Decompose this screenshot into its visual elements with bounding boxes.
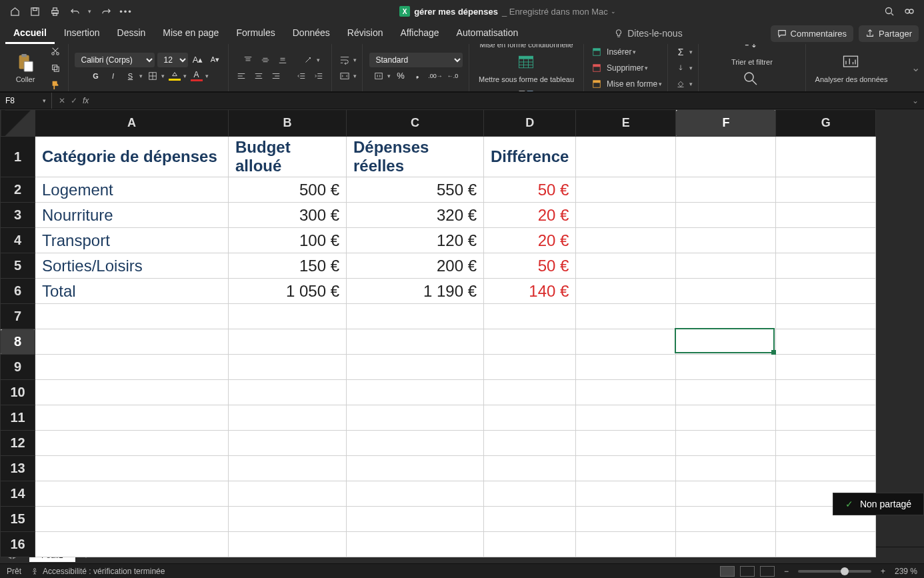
ribbon-tab-mise-en-page[interactable]: Mise en page bbox=[155, 23, 227, 44]
cell-A1[interactable]: Catégorie de dépenses bbox=[35, 137, 229, 177]
cell-F2[interactable] bbox=[676, 177, 776, 203]
cell-G11[interactable] bbox=[776, 405, 876, 431]
cell-E5[interactable] bbox=[576, 253, 676, 279]
row-header-12[interactable]: 12 bbox=[1, 431, 35, 456]
insert-cells-button[interactable]: Insérer▾ bbox=[589, 45, 636, 59]
ribbon-tab-dessin[interactable]: Dessin bbox=[109, 23, 154, 44]
cut-icon[interactable] bbox=[48, 44, 63, 59]
ribbon-collapse-icon[interactable]: ⌄ bbox=[907, 44, 924, 91]
cell-C7[interactable] bbox=[347, 304, 484, 329]
cell-D15[interactable] bbox=[484, 507, 576, 532]
cell-B12[interactable] bbox=[229, 431, 347, 456]
row-header-4[interactable]: 4 bbox=[1, 228, 35, 253]
number-format-select[interactable]: Standard bbox=[369, 53, 463, 67]
cell-G8[interactable] bbox=[776, 329, 876, 355]
cell-B13[interactable] bbox=[229, 456, 347, 481]
cell-E10[interactable] bbox=[576, 380, 676, 405]
ribbon-tab-formules[interactable]: Formules bbox=[228, 23, 283, 44]
cell-C1[interactable]: Dépenses réelles bbox=[347, 137, 484, 177]
cell-B1[interactable]: Budget alloué bbox=[229, 137, 347, 177]
cell-G2[interactable] bbox=[776, 177, 876, 203]
cell-A5[interactable]: Sorties/Loisirs bbox=[35, 253, 229, 279]
zoom-out-button[interactable]: − bbox=[780, 567, 793, 576]
clear-icon[interactable] bbox=[673, 77, 688, 91]
cell-G10[interactable] bbox=[776, 380, 876, 405]
cell-E4[interactable] bbox=[576, 228, 676, 253]
cell-D13[interactable] bbox=[484, 456, 576, 481]
cell-D9[interactable] bbox=[484, 355, 576, 380]
cell-D2[interactable]: 50 € bbox=[484, 177, 576, 203]
formula-expand-icon[interactable]: ⌄ bbox=[907, 96, 924, 105]
cell-E14[interactable] bbox=[576, 481, 676, 507]
row-header-7[interactable]: 7 bbox=[1, 304, 35, 329]
cell-A4[interactable]: Transport bbox=[35, 228, 229, 253]
cell-A6[interactable]: Total bbox=[35, 279, 229, 304]
formula-input[interactable] bbox=[95, 93, 907, 109]
cell-F6[interactable] bbox=[676, 279, 776, 304]
cell-F10[interactable] bbox=[676, 380, 776, 405]
column-header-A[interactable]: A bbox=[35, 110, 229, 137]
merge-dropdown-icon[interactable]: ▾ bbox=[353, 73, 357, 79]
ribbon-tab-automatisation[interactable]: Automatisation bbox=[449, 23, 527, 44]
increase-font-icon[interactable]: A▴ bbox=[191, 53, 205, 67]
cell-E9[interactable] bbox=[576, 355, 676, 380]
format-cells-button[interactable]: Mise en forme▾ bbox=[589, 77, 662, 91]
cancel-formula-icon[interactable]: ✕ bbox=[59, 96, 65, 105]
format-as-table-button[interactable]: Mettre sous forme de tableau bbox=[475, 51, 578, 85]
cell-F7[interactable] bbox=[676, 304, 776, 329]
cell-E12[interactable] bbox=[576, 431, 676, 456]
cell-D8[interactable] bbox=[484, 329, 576, 355]
comma-icon[interactable] bbox=[411, 69, 425, 83]
column-header-G[interactable]: G bbox=[776, 110, 876, 137]
sort-filter-button[interactable]: Trier et filtrer bbox=[727, 44, 777, 67]
undo-icon[interactable] bbox=[69, 6, 80, 17]
cell-G4[interactable] bbox=[776, 228, 876, 253]
cell-B3[interactable]: 300 € bbox=[229, 203, 347, 228]
cell-B9[interactable] bbox=[229, 355, 347, 380]
tell-me-button[interactable]: Dites-le-nous bbox=[607, 24, 689, 43]
cell-D5[interactable]: 50 € bbox=[484, 253, 576, 279]
cell-E16[interactable] bbox=[576, 532, 676, 557]
font-size-select[interactable]: 12 bbox=[157, 53, 188, 67]
cell-B4[interactable]: 100 € bbox=[229, 228, 347, 253]
increase-indent-icon[interactable] bbox=[311, 69, 326, 83]
cell-B15[interactable] bbox=[229, 507, 347, 532]
cell-F8[interactable] bbox=[676, 329, 776, 355]
cell-G12[interactable] bbox=[776, 431, 876, 456]
cell-B8[interactable] bbox=[229, 329, 347, 355]
page-break-view-icon[interactable] bbox=[760, 566, 775, 577]
cell-E3[interactable] bbox=[576, 203, 676, 228]
decrease-font-icon[interactable]: A▾ bbox=[208, 53, 223, 67]
cell-A2[interactable]: Logement bbox=[35, 177, 229, 203]
increase-decimal-icon[interactable]: .00→ bbox=[428, 69, 443, 83]
cell-D4[interactable]: 20 € bbox=[484, 228, 576, 253]
cell-D6[interactable]: 140 € bbox=[484, 279, 576, 304]
underline-button[interactable]: S bbox=[123, 69, 138, 83]
cell-A11[interactable] bbox=[35, 405, 229, 431]
cell-D10[interactable] bbox=[484, 380, 576, 405]
font-family-select[interactable]: Calibri (Corps) bbox=[75, 53, 155, 67]
find-select-button[interactable]: Rechercher et sélectionner bbox=[704, 69, 799, 93]
select-all-corner[interactable] bbox=[1, 110, 35, 137]
bold-button[interactable]: G bbox=[89, 69, 103, 83]
name-box[interactable]: F8▾ bbox=[0, 93, 52, 109]
cell-A12[interactable] bbox=[35, 431, 229, 456]
cell-E11[interactable] bbox=[576, 405, 676, 431]
normal-view-icon[interactable] bbox=[720, 566, 735, 577]
cell-E13[interactable] bbox=[576, 456, 676, 481]
cell-A13[interactable] bbox=[35, 456, 229, 481]
delete-cells-button[interactable]: Supprimer▾ bbox=[589, 61, 648, 75]
column-header-E[interactable]: E bbox=[576, 110, 676, 137]
cell-C9[interactable] bbox=[347, 355, 484, 380]
cell-C6[interactable]: 1 190 € bbox=[347, 279, 484, 304]
merge-cells-icon[interactable] bbox=[337, 69, 352, 83]
cell-D16[interactable] bbox=[484, 532, 576, 557]
cell-G7[interactable] bbox=[776, 304, 876, 329]
cell-C8[interactable] bbox=[347, 329, 484, 355]
cell-G16[interactable] bbox=[776, 532, 876, 557]
cell-C14[interactable] bbox=[347, 481, 484, 507]
cell-A9[interactable] bbox=[35, 355, 229, 380]
cell-E15[interactable] bbox=[576, 507, 676, 532]
fill-color-dropdown-icon[interactable]: ▾ bbox=[183, 73, 187, 79]
cell-styles-button[interactable]: Styles de cellule bbox=[496, 86, 557, 93]
